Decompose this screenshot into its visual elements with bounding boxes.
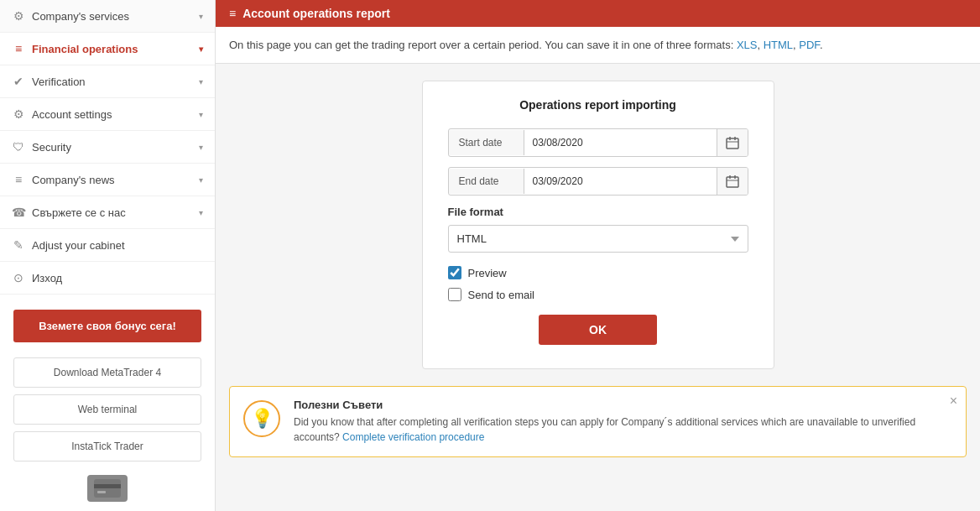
main-content: ≡ Account operations report On this page… [216, 0, 980, 511]
lightbulb-icon: 💡 [243, 400, 280, 437]
sidebar-label-contact: Свържете се с нас [32, 206, 126, 219]
start-date-label: Start date [449, 130, 524, 155]
svg-rect-3 [727, 138, 738, 149]
end-date-label: End date [449, 169, 524, 194]
instatick-button[interactable]: InstaTick Trader [13, 431, 201, 461]
sidebar-item-security[interactable]: 🛡 Security ▾ [0, 131, 215, 164]
svg-rect-7 [727, 177, 738, 187]
end-date-calendar-button[interactable] [717, 168, 748, 195]
sidebar-item-company-news[interactable]: ≡ Company's news ▾ [0, 164, 215, 196]
company-news-icon: ≡ [12, 173, 25, 186]
tip-icon-wrap: 💡 [242, 399, 282, 439]
tip-content: Полезни Съвети Did you know that after c… [294, 399, 936, 445]
start-date-input[interactable] [524, 130, 717, 155]
operations-report-form: Operations report importing Start date E… [422, 81, 774, 369]
account-settings-icon: ⚙ [12, 107, 25, 121]
tip-close-button[interactable]: × [950, 394, 957, 409]
chevron-right-icon: ▾ [199, 12, 203, 21]
sidebar-item-logout[interactable]: ⊙ Изход [0, 262, 215, 295]
sidebar-label-logout: Изход [32, 272, 62, 284]
send-email-label[interactable]: Send to email [468, 289, 535, 301]
sidebar-label-company-news: Company's news [32, 174, 115, 186]
svg-rect-1 [94, 484, 121, 488]
sidebar-label-verification: Verification [32, 76, 86, 88]
start-date-calendar-button[interactable] [717, 129, 748, 156]
html-link[interactable]: HTML [764, 39, 793, 51]
form-title: Operations report importing [448, 98, 748, 112]
sidebar-item-account-settings[interactable]: ⚙ Account settings ▾ [0, 98, 215, 131]
tip-title: Полезни Съвети [294, 399, 936, 411]
adjust-icon: ✎ [12, 238, 25, 252]
header-icon: ≡ [229, 7, 236, 20]
credit-card-icon [87, 475, 128, 502]
chevron-right-icon-account: ▾ [199, 110, 203, 119]
web-terminal-button[interactable]: Web terminal [13, 394, 201, 425]
svg-rect-2 [97, 491, 106, 493]
tip-text: Did you know that after completing all v… [294, 415, 936, 445]
chevron-right-icon-news: ▾ [199, 175, 203, 185]
sidebar-label-security: Security [32, 141, 71, 154]
end-date-field: End date [448, 167, 748, 196]
sidebar-label-adjust: Adjust your cabinet [32, 239, 125, 252]
tip-box: 💡 Полезни Съвети Did you know that after… [229, 386, 967, 457]
security-icon: 🛡 [12, 140, 25, 154]
verification-link[interactable]: Complete verification procedure [342, 431, 484, 443]
start-date-field: Start date [448, 128, 748, 157]
send-email-checkbox-row: Send to email [448, 288, 748, 301]
sidebar-item-contact-us[interactable]: ☎ Свържете се с нас ▾ [0, 196, 215, 229]
preview-checkbox-row: Preview [448, 266, 748, 279]
file-format-label: File format [448, 206, 748, 218]
bonus-button[interactable]: Вземете своя бонус сега! [13, 310, 201, 342]
logout-icon: ⊙ [12, 271, 25, 284]
preview-checkbox[interactable] [448, 266, 461, 279]
sidebar-label-account-settings: Account settings [32, 108, 112, 121]
sidebar-item-adjust-cabinet[interactable]: ✎ Adjust your cabinet [0, 229, 215, 262]
preview-label[interactable]: Preview [468, 267, 507, 279]
sidebar: ⚙ Company's services ▾ ≡ Financial opera… [0, 0, 216, 511]
chevron-down-icon: ▾ [199, 44, 203, 54]
sidebar-label-company-services: Company's services [32, 10, 129, 23]
chevron-right-icon-security: ▾ [199, 143, 203, 152]
page-header: ≡ Account operations report [216, 0, 980, 27]
financial-operations-icon: ≡ [12, 42, 25, 55]
page-description: On this page you can get the trading rep… [216, 27, 980, 64]
sidebar-item-company-services[interactable]: ⚙ Company's services ▾ [0, 0, 215, 33]
page-title: Account operations report [242, 7, 390, 20]
company-services-icon: ⚙ [12, 9, 25, 23]
file-format-select[interactable]: XLS HTML PDF [448, 225, 748, 253]
chevron-right-icon-contact: ▾ [199, 208, 203, 217]
sidebar-item-verification[interactable]: ✔ Verification ▾ [0, 65, 215, 98]
end-date-input[interactable] [524, 169, 717, 194]
download-metatrader-button[interactable]: Download MetaTrader 4 [13, 357, 201, 388]
card-icon-area [0, 468, 215, 508]
ok-button[interactable]: OK [539, 315, 657, 345]
contact-icon: ☎ [12, 206, 25, 219]
send-email-checkbox[interactable] [448, 288, 461, 301]
xls-link[interactable]: XLS [737, 39, 758, 51]
sidebar-label-financial-operations: Financial operations [32, 43, 138, 55]
sidebar-item-financial-operations[interactable]: ≡ Financial operations ▾ [0, 33, 215, 65]
verification-icon: ✔ [12, 75, 25, 88]
pdf-link[interactable]: PDF [799, 39, 820, 51]
chevron-right-icon-verification: ▾ [199, 77, 203, 86]
